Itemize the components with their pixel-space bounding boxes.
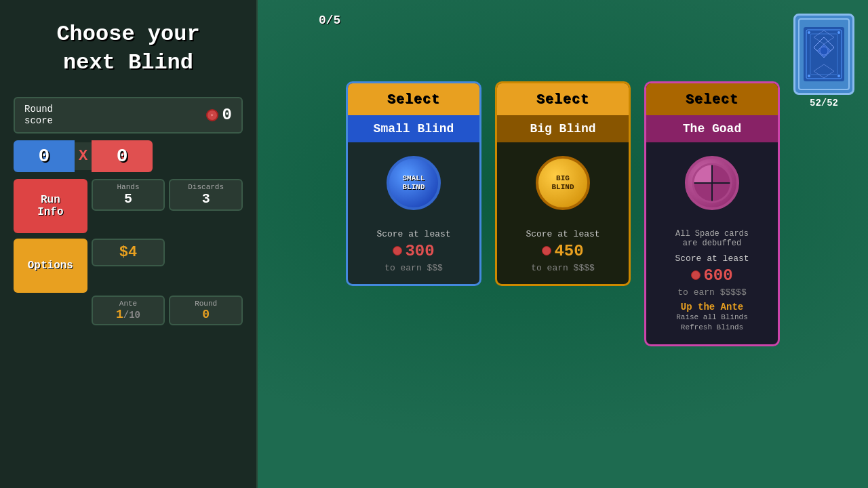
select-boss-label: Select xyxy=(686,92,738,107)
ante-round-row: Ante 1/10 Round 0 xyxy=(14,296,243,325)
sidebar: Choose your next Blind Round score 0 0 X… xyxy=(0,0,258,488)
small-blind-score-value: 300 xyxy=(356,242,471,260)
hands-value: 5 xyxy=(96,191,161,207)
card-center-circle xyxy=(820,47,828,55)
money-box: $4 xyxy=(92,239,165,266)
up-ante-desc: Raise all Blinds Refresh Blinds xyxy=(654,312,770,333)
select-small-blind-button[interactable]: Select xyxy=(348,83,479,115)
main-area: 0/5 xyxy=(258,0,868,488)
round-score-box: Round score 0 xyxy=(14,97,243,134)
run-info-button[interactable]: Run Info xyxy=(14,179,87,233)
up-ante-section: Up the Ante Raise all Blinds Refresh Bli… xyxy=(654,302,770,333)
blinds-container: Select Small Blind SMALLBLIND Score at l… xyxy=(258,68,868,488)
select-small-label: Select xyxy=(387,92,440,107)
hands-label: Hands xyxy=(96,183,161,191)
big-blind-info: Score at least 450 to earn $$$$ xyxy=(497,224,629,284)
small-blind-number: 300 xyxy=(405,242,434,260)
boss-blind-number: 600 xyxy=(703,266,732,285)
mult-blue: 0 xyxy=(14,140,75,172)
mult-x: X xyxy=(75,142,92,170)
boss-blind-info: All Spade cards are debuffed Score at le… xyxy=(646,224,778,344)
round-label: Round xyxy=(173,300,239,308)
boss-blind-score-value: 600 xyxy=(654,266,770,285)
small-blind-icon-area: SMALLBLIND xyxy=(348,142,479,224)
options-button[interactable]: Options xyxy=(14,239,87,293)
boss-blind-earn: to earn $$$$$ xyxy=(654,287,770,298)
select-big-blind-button[interactable]: Select xyxy=(497,83,629,115)
small-blind-score-prefix: Score at least xyxy=(356,229,471,239)
chip-boss-icon xyxy=(691,270,701,280)
card-dot-tr xyxy=(837,31,840,34)
chip-small-icon xyxy=(393,246,402,256)
small-blind-card: Select Small Blind SMALLBLIND Score at l… xyxy=(346,81,481,286)
boss-blind-chip xyxy=(685,156,739,210)
small-blind-info: Score at least 300 to earn $$$ xyxy=(348,224,479,284)
stats-row: Run Info Hands 5 Discards 3 xyxy=(14,179,243,233)
select-boss-blind-button[interactable]: Select xyxy=(646,83,778,115)
discards-label: Discards xyxy=(173,183,239,191)
card-dot-tl xyxy=(808,31,810,34)
small-blind-name: Small Blind xyxy=(348,115,479,142)
money-row: Options $4 xyxy=(14,239,243,293)
round-score-value: 0 xyxy=(206,106,232,124)
ante-value: 1/10 xyxy=(96,308,161,321)
discards-value: 3 xyxy=(173,191,239,207)
score-display: 0/5 xyxy=(319,14,340,27)
boss-blind-icon-area xyxy=(646,142,778,224)
page-title: Choose your next Blind xyxy=(0,0,256,90)
mult-red: 0 xyxy=(92,140,153,172)
hands-box: Hands 5 xyxy=(92,179,165,211)
small-blind-earn: to earn $$$ xyxy=(356,263,471,273)
boss-blind-card: Select The Goad All Spade c xyxy=(644,81,780,346)
discards-box: Discards 3 xyxy=(169,179,243,211)
ante-label: Ante xyxy=(96,300,161,308)
round-score-number: 0 xyxy=(222,106,232,124)
round-score-label: Round score xyxy=(24,104,53,127)
chip-icon xyxy=(206,109,218,121)
big-blind-earn: to earn $$$$ xyxy=(505,263,620,273)
boss-blind-description: All Spade cards are debuffed xyxy=(654,229,770,248)
big-blind-score-prefix: Score at least xyxy=(505,229,620,239)
up-ante-title: Up the Ante xyxy=(654,302,770,312)
big-blind-icon-area: BIGBLIND xyxy=(497,142,629,224)
boss-blind-name: The Goad xyxy=(646,115,778,142)
chip-big-icon xyxy=(542,246,551,256)
select-big-label: Select xyxy=(536,92,589,107)
small-blind-chip: SMALLBLIND xyxy=(387,156,441,210)
round-value: 0 xyxy=(173,308,239,321)
boss-blind-score-prefix: Score at least xyxy=(654,253,770,264)
big-blind-number: 450 xyxy=(554,242,583,260)
big-blind-card: Select Big Blind BIGBLIND Score at least… xyxy=(495,81,631,286)
round-box: Round 0 xyxy=(169,296,243,325)
multiplier-row: 0 X 0 xyxy=(14,140,243,172)
boss-pie-svg xyxy=(692,163,732,203)
big-blind-name: Big Blind xyxy=(497,115,629,142)
ante-box: Ante 1/10 xyxy=(92,296,165,325)
big-blind-score-value: 450 xyxy=(505,242,620,260)
big-blind-chip: BIGBLIND xyxy=(536,156,590,210)
